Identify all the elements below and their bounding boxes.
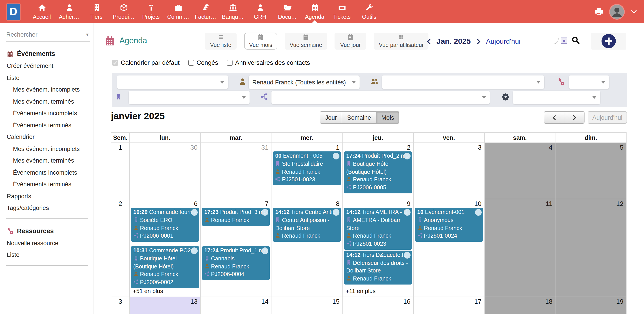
calendar-event[interactable]: 14:12 Tiers AMETRA - DAMETRA - Dolibarr … — [344, 208, 412, 250]
search-icon[interactable] — [572, 36, 580, 44]
event-title-line: 10 Evénement-001 — [417, 209, 480, 217]
filter-select[interactable] — [513, 91, 600, 104]
day-cell-14[interactable]: 14 — [200, 297, 272, 314]
print-icon[interactable] — [594, 7, 603, 16]
event-detail-line: PJ2006-0004 — [204, 271, 268, 279]
calendar-event[interactable]: 10 Evénement-001AnonymousRenaud FranckPJ… — [415, 208, 483, 242]
checkbox-input[interactable] — [227, 60, 232, 65]
day-cell-4[interactable]: 4 — [484, 143, 556, 199]
nav-item-projets[interactable]: Projets — [137, 0, 164, 23]
day-cell-31[interactable]: 31 — [200, 143, 272, 199]
filter-select[interactable] — [382, 75, 544, 89]
dolibarr-logo[interactable]: D — [7, 3, 20, 20]
date-picker-icon[interactable] — [561, 37, 567, 44]
checkbox-cong-s[interactable]: Congés — [188, 59, 218, 66]
filter-select[interactable] — [129, 91, 250, 104]
sidebar-search-input[interactable]: Rechercher ▾ — [6, 29, 90, 41]
sidebar-item[interactable]: Liste — [6, 72, 93, 84]
prev-month-icon[interactable] — [426, 38, 432, 45]
sidebar-item[interactable]: Rapports — [6, 190, 93, 202]
date-goto-input[interactable] — [520, 38, 558, 44]
nav-item-accueil[interactable]: Accueil — [28, 0, 56, 23]
calendar-event[interactable]: 17:24 Produit Prod_2 moBoutique Hôtel (B… — [344, 152, 412, 193]
today-link[interactable]: Aujourd'hui — [486, 37, 520, 46]
day-cell-2[interactable]: 217:24 Produit Prod_2 moBoutique Hôtel (… — [342, 143, 414, 199]
user-avatar[interactable] — [610, 5, 624, 18]
sidebar-item[interactable]: Mes événem. incomplets — [6, 143, 93, 155]
view-button-vue-liste[interactable]: Vue liste — [205, 33, 236, 50]
view-button-vue-semaine[interactable]: Vue semaine — [285, 33, 327, 50]
add-event-button[interactable] — [602, 34, 616, 48]
next-month-icon[interactable] — [475, 38, 482, 45]
day-cell-13[interactable]: 13 — [130, 297, 200, 314]
checkbox-anniversaires-des-contacts[interactable]: Anniversaires des contacts — [227, 59, 310, 66]
sidebar-item[interactable]: Événements terminés — [6, 120, 93, 131]
day-cell-7[interactable]: 717:23 Produit Prod_3 moRenaud Franck17:… — [200, 199, 272, 297]
day-cell-18[interactable]: 18 — [484, 297, 556, 314]
more-events-link[interactable]: +51 en plus — [133, 288, 163, 294]
nav-item-tiers[interactable]: Tiers — [83, 0, 110, 23]
sidebar-item[interactable]: Événements incomplets — [6, 167, 93, 179]
calendar-event[interactable]: 14:12 Tiers Centre AntipCentre Antipoiso… — [273, 208, 341, 242]
view-button-vue-par-utilisateur[interactable]: Vue par utilisateur — [374, 33, 429, 50]
calendar-event[interactable]: 17:24 Produit Prod_1 moCannabisRenaud Fr… — [202, 246, 270, 280]
day-cell-16[interactable]: 16 — [342, 297, 414, 314]
calendar-event[interactable]: 10:31 Commande PO24Boutique Hôtel (Bouti… — [131, 246, 199, 288]
day-cell-5[interactable]: 5 — [556, 143, 626, 199]
filter-select[interactable] — [569, 75, 609, 89]
sidebar-item[interactable]: Calendrier — [6, 131, 93, 143]
nav-item-grh[interactable]: GRH — [246, 0, 274, 23]
sidebar-item[interactable]: Événements incomplets — [6, 108, 93, 120]
calendar-event[interactable]: 10:29 Commande fournisSociété ERORenaud … — [131, 208, 199, 242]
sidebar-item[interactable]: Mes événem. terminés — [6, 155, 93, 167]
day-cell-3[interactable]: 3 — [414, 143, 484, 199]
day-cell-8[interactable]: 814:12 Tiers Centre AntipCentre Antipois… — [272, 199, 342, 297]
nav-item-outils[interactable]: Outils — [356, 0, 383, 23]
range-button-semaine[interactable]: Semaine — [342, 111, 376, 124]
calendar-event[interactable]: 00 Evenment - 005Ste PrestalidaireRenaud… — [273, 152, 341, 185]
chevron-down-icon[interactable] — [630, 8, 637, 15]
day-cell-15[interactable]: 15 — [272, 297, 342, 314]
filter-select[interactable]: Renaud Franck (Toutes les entités) — [249, 75, 360, 89]
day-cell-9[interactable]: 914:12 Tiers AMETRA - DAMETRA - Dolibarr… — [342, 199, 414, 297]
filter-select[interactable] — [272, 91, 490, 104]
nav-item-tickets[interactable]: Tickets — [328, 0, 356, 23]
nav-item-factur[interactable]: Factur… — [192, 0, 219, 23]
day-cell-17[interactable]: 17 — [414, 297, 484, 314]
day-cell-19[interactable]: 19 — [556, 297, 626, 314]
sidebar-item[interactable]: Mes événem. incomplets — [6, 84, 93, 96]
next-button[interactable] — [564, 111, 584, 124]
range-button-mois[interactable]: Mois — [376, 111, 399, 124]
day-cell-1[interactable]: 100 Evenment - 005Ste PrestalidaireRenau… — [272, 143, 342, 199]
checkbox-input[interactable] — [112, 60, 118, 65]
day-cell-30[interactable]: 30 — [130, 143, 200, 199]
day-cell-12[interactable]: 12 — [556, 199, 626, 297]
nav-item-banqu[interactable]: Banqu… — [219, 0, 246, 23]
month-label[interactable]: Jan. 2025 — [436, 37, 471, 46]
sidebar-item[interactable]: Tags/catégories — [6, 202, 93, 214]
range-button-jour[interactable]: Jour — [320, 111, 342, 124]
filter-select[interactable] — [117, 75, 228, 89]
view-button-vue-jour[interactable]: Vue jour — [334, 33, 366, 50]
sidebar-item[interactable]: Liste — [6, 249, 93, 261]
view-button-vue-mois[interactable]: Vue mois — [244, 33, 277, 50]
prev-button[interactable] — [544, 111, 564, 124]
more-events-link[interactable]: +11 en plus — [346, 288, 376, 294]
calendar-event[interactable]: 17:23 Produit Prod_3 moRenaud Franck — [202, 208, 270, 226]
nav-item-comm[interactable]: Comm… — [164, 0, 192, 23]
sidebar-item[interactable]: Mes événem. terminés — [6, 96, 93, 108]
sidebar-item[interactable]: Nouvelle ressource — [6, 237, 93, 249]
nav-item-produi[interactable]: Produi… — [110, 0, 137, 23]
sidebar-item[interactable]: Créer événement — [6, 60, 93, 72]
checkbox-calendrier-par-d-faut[interactable]: Calendrier par défaut — [112, 59, 180, 66]
nav-item-docu[interactable]: Docu… — [274, 0, 301, 23]
sidebar-item[interactable]: Événements terminés — [6, 179, 93, 190]
day-cell-10[interactable]: 1010 Evénement-001AnonymousRenaud Franck… — [414, 199, 484, 297]
nav-item-adhr[interactable]: Adhér… — [56, 0, 83, 23]
today-button[interactable]: Aujourd'hui — [588, 111, 627, 124]
day-cell-6[interactable]: 610:29 Commande fournisSociété ERORenaud… — [130, 199, 200, 297]
day-cell-11[interactable]: 11 — [484, 199, 556, 297]
checkbox-input[interactable] — [188, 60, 194, 65]
calendar-event[interactable]: 14:12 Tiers D&eacute;feDéfenseur des dro… — [344, 251, 412, 285]
nav-item-agenda[interactable]: Agenda — [301, 0, 328, 23]
